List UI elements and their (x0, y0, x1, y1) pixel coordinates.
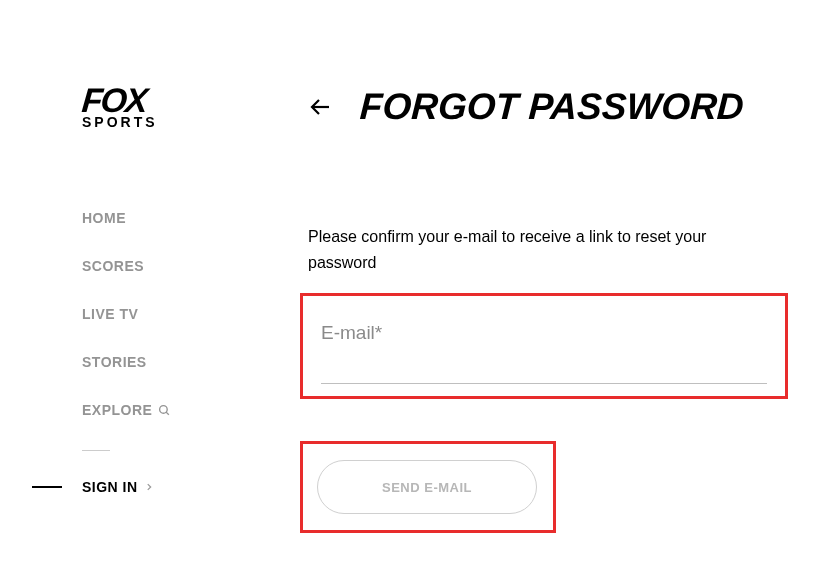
nav-item-home[interactable]: HOME (82, 210, 262, 226)
svg-line-1 (167, 412, 170, 415)
sign-in-row: SIGN IN (32, 479, 262, 495)
sidebar: FOX SPORTS HOME SCORES LIVE TV STORIES E… (82, 86, 262, 495)
nav-item-label: SCORES (82, 258, 144, 274)
svg-point-0 (160, 405, 168, 413)
nav-item-scores[interactable]: SCORES (82, 258, 262, 274)
nav-item-label: HOME (82, 210, 126, 226)
nav-item-label: STORIES (82, 354, 147, 370)
sign-in-link[interactable]: SIGN IN (82, 479, 154, 495)
email-highlight-box: E-mail* (300, 293, 788, 399)
header: FORGOT PASSWORD (308, 86, 788, 128)
email-input[interactable] (321, 350, 767, 384)
logo-fox-text: FOX (81, 86, 147, 115)
instruction-text: Please confirm your e-mail to receive a … (308, 224, 768, 275)
arrow-left-icon (308, 95, 332, 119)
email-label: E-mail* (321, 322, 767, 344)
logo[interactable]: FOX SPORTS (82, 86, 262, 130)
nav-item-label: LIVE TV (82, 306, 138, 322)
sign-in-label: SIGN IN (82, 479, 138, 495)
nav-item-stories[interactable]: STORIES (82, 354, 262, 370)
nav-divider (82, 450, 110, 451)
page-title: FORGOT PASSWORD (359, 86, 745, 128)
back-button[interactable] (308, 95, 332, 119)
nav-item-explore[interactable]: EXPLORE (82, 402, 262, 418)
sign-in-indicator (32, 486, 62, 488)
nav-item-live-tv[interactable]: LIVE TV (82, 306, 262, 322)
chevron-right-icon (144, 482, 154, 492)
email-field-wrapper: E-mail* (321, 322, 767, 384)
send-email-button[interactable]: SEND E-MAIL (317, 460, 537, 514)
nav-item-label: EXPLORE (82, 402, 152, 418)
button-highlight-box: SEND E-MAIL (300, 441, 556, 533)
nav-list: HOME SCORES LIVE TV STORIES EXPLORE (82, 210, 262, 418)
search-icon (158, 404, 171, 417)
main-content: FORGOT PASSWORD Please confirm your e-ma… (308, 86, 788, 533)
